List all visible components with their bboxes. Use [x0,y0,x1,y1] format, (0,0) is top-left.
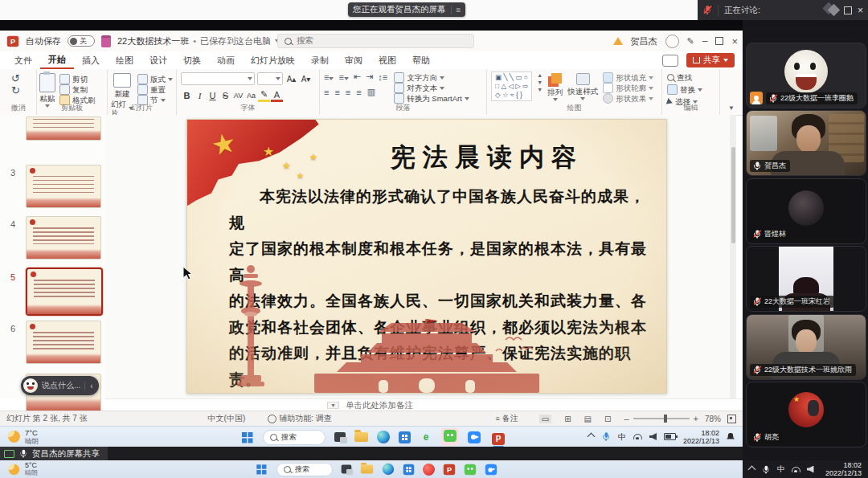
notes-placeholder[interactable]: 单击此处添加备注 [346,400,413,411]
comments-button[interactable] [662,55,678,67]
notes-pane[interactable]: ▼ 单击此处添加备注 [105,398,743,411]
chat-quick-overlay[interactable]: 说点什么... ‹ [21,376,99,395]
pen-mode-icon[interactable]: ✎ [687,36,694,47]
avatar-icon[interactable] [665,35,679,48]
close-meeting-icon[interactable]: × [858,5,863,16]
collapse-ribbon-icon[interactable]: ▼ [728,104,735,112]
accessibility-status[interactable]: 辅助功能: 调查 [268,413,332,424]
fit-slide-button[interactable] [727,415,736,423]
font-size-combobox[interactable] [257,72,283,85]
zoom-slider-thumb[interactable] [664,415,667,423]
highlight-button[interactable]: ✎ [258,89,270,102]
cut-button[interactable]: 剪切 [59,74,96,84]
align-right-button[interactable]: ≡ [346,88,350,97]
bullets-button[interactable]: ≡ [324,72,334,82]
thumbnail-slide-3[interactable] [26,165,101,208]
thumbnail-slide-5-selected[interactable] [26,268,103,316]
account-name[interactable]: 贺昌杰 [631,35,657,47]
tab-help[interactable]: 帮助 [404,55,438,67]
shapes-more-button[interactable]: ▼ [537,86,542,93]
close-window-icon[interactable]: × [731,35,738,47]
shape-outline-button[interactable]: 形状轮廓 [603,83,653,93]
taskbar-search[interactable]: 搜索 [276,463,333,476]
notes-toggle-button[interactable]: ≡ 备注 [495,413,518,424]
participant-tile[interactable]: 22级大数据一班李圈鹅 [746,43,866,108]
task-view-button[interactable] [342,465,352,474]
shrink-font-button[interactable]: A▾ [300,75,312,84]
tray-mic-icon[interactable] [763,465,770,473]
task-view-button[interactable] [334,432,346,442]
taskbar-search[interactable]: 搜索 [263,430,326,445]
ime-indicator[interactable]: 中 [618,431,626,443]
decrease-indent-button[interactable]: ⇤ [354,71,361,82]
battery-icon[interactable] [664,433,676,440]
viewer-weather-widget[interactable]: 5°C 晴朗 [8,462,38,476]
participant-tile[interactable]: 22大数据一班宋红岩 [746,246,866,312]
font-name-combobox[interactable] [181,72,255,85]
warning-icon[interactable] [613,37,623,45]
powerpoint-taskbar-icon[interactable]: P [444,464,455,475]
increase-indent-button[interactable]: ⇥ [366,71,373,82]
view-sorter-button[interactable]: ⊞ [564,415,571,423]
tab-file[interactable]: 文件 [6,55,40,67]
edge-browser-icon[interactable] [377,431,390,443]
view-normal-button[interactable]: ▭ [539,415,551,423]
tab-animations[interactable]: 动画 [209,55,243,67]
replace-button[interactable]: 替换 [667,84,714,95]
participant-tile[interactable]: ★ 胡亮 [746,382,866,447]
start-button[interactable] [242,432,247,437]
document-title[interactable]: 22大数据技术一班 • 已保存到这台电脑 [117,35,280,47]
layout-button[interactable]: 版式 [137,74,173,84]
wechat-icon[interactable] [465,464,476,475]
font-color-button[interactable]: A [271,90,283,102]
find-button[interactable]: 查找 [667,72,714,83]
redo-button[interactable]: ↻ [11,84,36,96]
tray-expand-icon[interactable] [588,433,596,441]
arrange-button[interactable]: 排列 [547,73,563,101]
file-explorer-icon[interactable] [354,432,368,442]
change-case-button[interactable]: Aa [245,92,257,100]
reset-button[interactable]: 重置 [137,84,173,95]
iqiyi-app-icon[interactable] [423,464,435,476]
speaker-icon[interactable] [649,433,657,440]
strikethrough-button[interactable]: S [219,91,231,100]
microsoft-store-icon[interactable] [403,464,415,475]
numbering-button[interactable]: ≡ [338,72,348,82]
align-left-button[interactable]: ≡ [324,88,329,97]
maximize-icon[interactable] [715,37,723,45]
columns-button[interactable]: ▥ [367,87,375,97]
notification-bell-icon[interactable] [727,433,735,441]
participant-tile[interactable]: 晋煜林 [746,178,866,244]
quick-styles-button[interactable]: 快速样式 [567,73,598,100]
thumbnail-slide-2[interactable] [26,116,101,141]
shapes-row-3[interactable]: ◇ ☆ ≈ { } [495,91,528,100]
tray-clock[interactable]: 18:02 2022/12/13 [683,429,719,445]
shapes-gallery[interactable]: ▣ ╲ ╲ ▭ ○ □ △ ◁ ▷ ⇨ ◇ ☆ ≈ { } [491,71,532,101]
tab-home[interactable]: 开始 [40,51,74,69]
tab-design[interactable]: 设计 [141,55,175,67]
collapse-chat-icon[interactable]: ‹ [84,382,92,390]
zoom-slider[interactable] [633,418,690,419]
restore-window-icon[interactable] [844,6,852,14]
slide-counter[interactable]: 幻灯片 第 2 张, 共 7 张 [6,413,88,424]
thumbnail-slide-6[interactable] [26,321,101,364]
minimize-icon[interactable]: – [702,35,708,47]
wechat-app-active[interactable] [441,428,459,446]
language-status[interactable]: 中文(中国) [208,413,246,424]
thumbnail-slide-4[interactable] [26,216,101,259]
tray-expand-icon[interactable] [748,465,756,473]
presenter-weather-widget[interactable]: 7°C 晴朗 [8,429,39,445]
text-direction-button[interactable]: 文字方向 [394,72,469,83]
wifi-icon[interactable] [633,434,642,439]
scrollbar-thumb[interactable] [731,147,735,243]
align-text-button[interactable]: 对齐文本 [394,83,469,93]
slide-title[interactable]: 宪法晨读内容 [332,141,642,174]
participant-tile[interactable]: 贺昌杰 [746,110,866,176]
slide-canvas[interactable]: ★ ★ ★ ★ ★ 宪法晨读内容 本宪法以法律的形式确认了中国各族人民奋斗的成果… [186,119,667,394]
tab-review[interactable]: 审阅 [337,55,371,67]
file-explorer-icon[interactable] [361,465,373,474]
speaker-icon[interactable] [807,466,814,473]
viewing-banner[interactable]: 您正在观看贺昌杰的屏幕 ≡ [348,2,465,17]
share-button[interactable]: 共享 [686,53,735,67]
tab-view[interactable]: 视图 [371,55,404,67]
